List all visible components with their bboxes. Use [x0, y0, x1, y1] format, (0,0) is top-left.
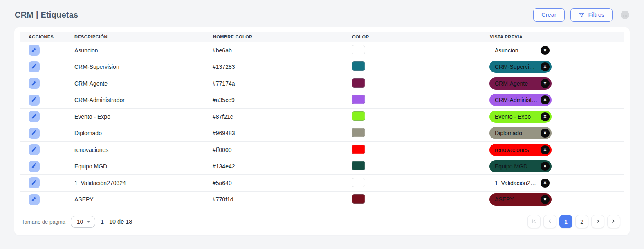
description-cell: renovaciones: [70, 147, 208, 153]
tag-chip-label: Evento - Expo: [495, 113, 531, 120]
tag-chip: Equipo MGD ✕: [489, 160, 552, 172]
pen-icon: [31, 96, 37, 104]
preview-cell: CRM-Administrador ✕: [485, 94, 624, 106]
edit-button[interactable]: [29, 95, 40, 106]
close-icon: ✕: [543, 48, 547, 52]
filter-funnel-icon: [579, 12, 585, 18]
tag-chip: renovaciones ✕: [489, 144, 552, 156]
remove-tag-button[interactable]: ✕: [541, 46, 550, 55]
remove-tag-button[interactable]: ✕: [541, 62, 550, 71]
description-cell: Equipo MGD: [70, 163, 208, 170]
range-text: 1 - 10 de 18: [101, 218, 132, 225]
actions-cell: [20, 45, 70, 56]
preview-cell: CRM-Agente ✕: [485, 77, 624, 90]
tag-chip: Diplomado ✕: [489, 127, 552, 139]
edit-button[interactable]: [29, 61, 40, 72]
page-size-select[interactable]: 10: [71, 216, 95, 228]
pen-icon: [31, 146, 37, 154]
preview-cell: Diplomado ✕: [485, 127, 624, 139]
etiquetas-panel: ACCIONES DESCRIPCIÓN NOMBRE COLOR COLOR …: [14, 27, 630, 235]
color-cell: [347, 128, 485, 138]
edit-button[interactable]: [29, 161, 40, 172]
remove-tag-button[interactable]: ✕: [541, 162, 550, 171]
color-name-cell: #ff0000: [208, 147, 347, 153]
column-header-acciones: ACCIONES: [20, 32, 70, 42]
color-name-cell: #be6ab: [208, 47, 347, 54]
first-page-button[interactable]: [527, 215, 541, 228]
tag-chip-label: ASEPY: [495, 196, 514, 203]
edit-button[interactable]: [29, 128, 40, 139]
page-button-2[interactable]: 2: [575, 215, 588, 228]
close-icon: ✕: [543, 65, 547, 69]
filters-button-label: Filtros: [588, 12, 604, 18]
remove-tag-button[interactable]: ✕: [541, 112, 550, 121]
remove-tag-button[interactable]: ✕: [541, 129, 550, 138]
previous-page-button[interactable]: [543, 215, 556, 228]
pen-icon: [31, 47, 37, 54]
tag-chip: Asuncion ✕: [489, 44, 552, 57]
ellipsis-icon: [623, 12, 628, 18]
color-swatch: [352, 95, 365, 104]
description-cell: Diplomado: [70, 130, 208, 136]
last-page-icon: [611, 218, 617, 225]
page-size-label: Tamaño de pagina: [22, 219, 65, 225]
color-cell: [347, 178, 485, 188]
preview-cell: renovaciones ✕: [485, 144, 624, 156]
color-swatch: [352, 178, 365, 187]
page-size-group: Tamaño de pagina 10 1 - 10 de 18: [22, 216, 132, 228]
pagination: 12: [527, 215, 620, 228]
edit-button[interactable]: [29, 111, 40, 122]
filters-button[interactable]: Filtros: [570, 8, 613, 22]
remove-tag-button[interactable]: ✕: [541, 145, 550, 154]
actions-cell: [20, 95, 70, 106]
column-header-nombre-color: NOMBRE COLOR: [208, 32, 347, 42]
color-cell: [347, 145, 485, 155]
last-page-button[interactable]: [607, 215, 620, 228]
color-cell: [347, 194, 485, 205]
close-icon: ✕: [543, 131, 547, 135]
column-header-color: COLOR: [347, 32, 485, 42]
actions-cell: [20, 161, 70, 172]
close-icon: ✕: [543, 148, 547, 152]
remove-tag-button[interactable]: ✕: [541, 95, 550, 104]
edit-button[interactable]: [29, 177, 40, 188]
description-cell: CRM-Administrador: [70, 97, 208, 103]
remove-tag-button[interactable]: ✕: [541, 79, 550, 88]
edit-button[interactable]: [29, 45, 40, 56]
tag-chip-label: CRM-Supervision: [495, 63, 538, 70]
actions-cell: [20, 61, 70, 72]
preview-cell: Equipo MGD ✕: [485, 160, 624, 172]
edit-button[interactable]: [29, 194, 40, 205]
actions-cell: [20, 111, 70, 122]
description-cell: CRM-Supervision: [70, 63, 208, 70]
edit-button[interactable]: [29, 78, 40, 89]
more-options-button[interactable]: [621, 11, 629, 19]
top-bar: CRM | Etiquetas Crear Filtros: [0, 0, 644, 27]
description-cell: Evento - Expo: [70, 113, 208, 120]
pen-icon: [31, 129, 37, 137]
color-cell: [347, 78, 485, 89]
close-icon: ✕: [543, 115, 547, 119]
first-page-icon: [531, 218, 537, 225]
remove-tag-button[interactable]: ✕: [541, 179, 550, 188]
table-row: CRM-Agente #77174a CRM-Agente ✕: [20, 75, 624, 92]
create-button[interactable]: Crear: [533, 8, 564, 22]
chevron-right-icon: [595, 218, 601, 225]
edit-button[interactable]: [29, 144, 40, 155]
table-footer: Tamaño de pagina 10 1 - 10 de 18 12: [20, 208, 624, 235]
tag-chip: Evento - Expo ✕: [489, 111, 552, 123]
table-row: Evento - Expo #87f21c Evento - Expo ✕: [20, 109, 624, 125]
page-title: CRM | Etiquetas: [15, 10, 78, 20]
color-name-cell: #87f21c: [208, 113, 347, 120]
actions-cell: [20, 144, 70, 155]
preview-cell: Asuncion ✕: [485, 44, 624, 57]
remove-tag-button[interactable]: ✕: [541, 195, 550, 204]
next-page-button[interactable]: [591, 215, 604, 228]
actions-cell: [20, 128, 70, 139]
page-button-1[interactable]: 1: [559, 215, 572, 228]
table-row: Diplomado #969483 Diplomado ✕: [20, 125, 624, 142]
toolbar: Crear Filtros: [533, 8, 629, 22]
pen-icon: [31, 196, 37, 203]
color-name-cell: #770f1d: [208, 196, 347, 203]
close-icon: ✕: [543, 164, 547, 168]
